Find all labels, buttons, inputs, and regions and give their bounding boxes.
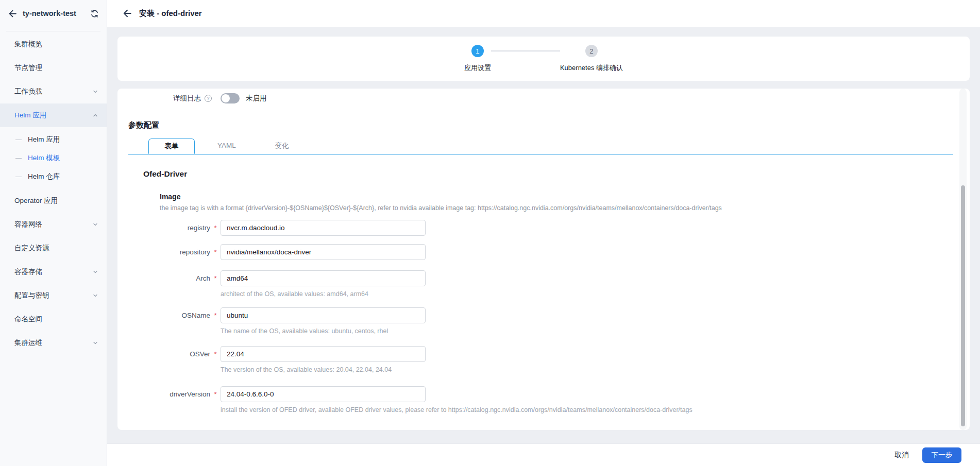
help-icon[interactable]: ? <box>205 95 212 102</box>
sidebar-item-node-management[interactable]: 节点管理 <box>0 56 107 80</box>
page-title: 安装 - ofed-driver <box>139 9 202 19</box>
step-number-badge: 1 <box>471 45 484 57</box>
sidebar-header: ty-network-test <box>0 0 107 27</box>
params-config-title: 参数配置 <box>128 120 953 130</box>
stepper: 1 应用设置 2 Kubernetes 编排确认 <box>464 45 623 73</box>
sidebar-item-workloads[interactable]: 工作负载 <box>0 80 107 103</box>
form-card: 详细日志 ? 未启用 参数配置 表单 YAML 变化 Ofed-Driver I… <box>117 89 970 430</box>
verbose-log-label: 详细日志 <box>128 94 201 103</box>
sidebar-item-helm-apps[interactable]: Helm 应用 <box>0 103 107 127</box>
osver-label: OSVer <box>128 350 210 358</box>
stepper-connector <box>491 50 560 51</box>
sidebar-divider <box>6 31 100 31</box>
sidebar-subitem-helm-repos[interactable]: — Helm 仓库 <box>0 167 107 186</box>
repository-input[interactable] <box>221 244 426 260</box>
next-step-button[interactable]: 下一步 <box>922 447 962 463</box>
cancel-button[interactable]: 取消 <box>895 451 909 460</box>
repository-label: repository <box>128 248 210 256</box>
required-mark: * <box>210 390 221 398</box>
repository-field-row: repository * <box>128 244 953 260</box>
registry-input[interactable] <box>221 220 426 236</box>
chevron-down-icon <box>92 292 98 299</box>
chevron-up-icon <box>92 112 98 118</box>
stepper-card: 1 应用设置 2 Kubernetes 编排确认 <box>117 37 970 81</box>
osname-input[interactable] <box>221 307 426 323</box>
sidebar-item-config-secrets[interactable]: 配置与密钥 <box>0 284 107 307</box>
osname-hint: The name of the OS, available values: ub… <box>221 327 953 335</box>
dash-icon: — <box>15 173 22 180</box>
main-area: 安装 - ofed-driver 1 应用设置 2 Kubernetes 编排确… <box>107 0 980 466</box>
tab-yaml[interactable]: YAML <box>204 139 250 154</box>
required-mark: * <box>210 224 221 232</box>
sidebar-item-namespaces[interactable]: 命名空间 <box>0 307 107 331</box>
sidebar-nav: 集群概览 节点管理 工作负载 Helm 应用 — Helm 应用 — Helm … <box>0 32 107 466</box>
driverversion-input[interactable] <box>221 386 426 402</box>
sync-icon[interactable] <box>89 8 99 19</box>
driverversion-field-row: driverVersion * <box>128 386 953 402</box>
sidebar: ty-network-test 集群概览 节点管理 工作负载 Helm 应用 —… <box>0 0 107 466</box>
registry-label: registry <box>128 224 210 232</box>
arch-field-row: Arch * <box>128 270 953 286</box>
tab-bar: 表单 YAML 变化 <box>128 139 953 154</box>
osname-field-row: OSName * <box>128 307 953 323</box>
scrollbar-track[interactable] <box>959 89 967 430</box>
section-title: Ofed-Driver <box>143 169 953 179</box>
osname-label: OSName <box>128 312 210 319</box>
sidebar-item-container-storage[interactable]: 容器存储 <box>0 260 107 284</box>
tab-form[interactable]: 表单 <box>148 139 195 154</box>
cluster-name: ty-network-test <box>23 9 84 18</box>
required-mark: * <box>210 312 221 319</box>
toggle-knob <box>222 94 230 102</box>
arch-label: Arch <box>128 274 210 282</box>
driverversion-label: driverVersion <box>128 390 210 398</box>
chevron-down-icon <box>92 221 98 228</box>
osver-input[interactable] <box>221 346 426 362</box>
dash-icon: — <box>15 154 22 162</box>
step-number-badge: 2 <box>585 45 598 57</box>
tab-changes[interactable]: 变化 <box>259 139 305 154</box>
osver-hint: The version of the OS, available values:… <box>221 366 953 373</box>
sidebar-item-container-network[interactable]: 容器网络 <box>0 213 107 236</box>
osver-field-row: OSVer * <box>128 346 953 362</box>
sidebar-item-operator-apps[interactable]: Operator 应用 <box>0 189 107 213</box>
sidebar-item-cluster-overview[interactable]: 集群概览 <box>0 32 107 56</box>
verbose-log-row: 详细日志 ? 未启用 <box>128 91 953 106</box>
back-icon[interactable] <box>7 8 18 19</box>
back-icon[interactable] <box>122 8 132 19</box>
step-label: 应用设置 <box>464 63 491 73</box>
required-mark: * <box>210 350 221 358</box>
sidebar-subitem-helm-apps[interactable]: — Helm 应用 <box>0 130 107 149</box>
sidebar-subitem-helm-templates[interactable]: — Helm 模板 <box>0 149 107 167</box>
verbose-log-toggle[interactable] <box>221 93 240 103</box>
chevron-down-icon <box>92 89 98 95</box>
step-label: Kubernetes 编排确认 <box>560 63 623 73</box>
image-group-title: Image <box>160 193 953 201</box>
step-k8s-confirm: 2 Kubernetes 编排确认 <box>560 45 623 73</box>
verbose-log-state: 未启用 <box>246 94 267 103</box>
sidebar-item-custom-resources[interactable]: 自定义资源 <box>0 236 107 260</box>
page-header: 安装 - ofed-driver <box>107 0 980 27</box>
required-mark: * <box>210 248 221 256</box>
arch-input[interactable] <box>221 270 426 286</box>
required-mark: * <box>210 274 221 282</box>
sidebar-item-cluster-ops[interactable]: 集群运维 <box>0 331 107 355</box>
chevron-down-icon <box>92 269 98 275</box>
step-app-settings: 1 应用设置 <box>464 45 491 73</box>
registry-field-row: registry * <box>128 220 953 236</box>
scrollbar-thumb[interactable] <box>961 185 965 426</box>
chevron-down-icon <box>92 340 98 346</box>
image-group-description: the image tag is with a format {driverVe… <box>160 204 953 212</box>
footer-action-bar: 取消 下一步 <box>107 443 980 466</box>
content: 1 应用设置 2 Kubernetes 编排确认 详细日志 ? 未启用 参数配置 <box>107 27 980 443</box>
arch-hint: architect of the OS, available values: a… <box>221 290 953 298</box>
dash-icon: — <box>15 136 22 143</box>
driverversion-hint: install the version of OFED driver, avai… <box>221 406 953 413</box>
